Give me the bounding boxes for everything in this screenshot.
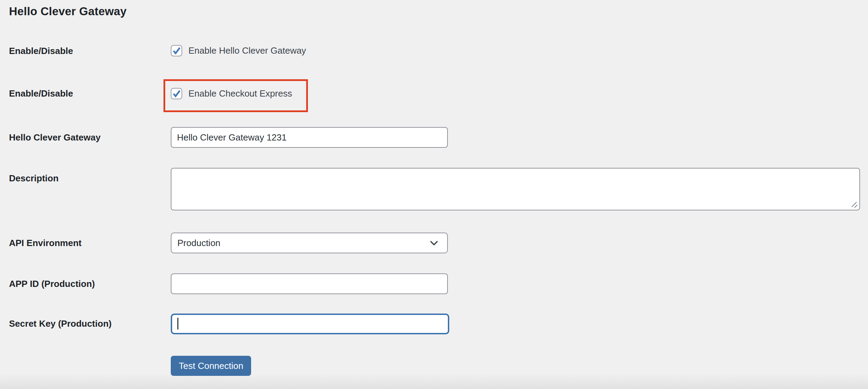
test-connection-button[interactable]: Test Connection	[171, 356, 251, 376]
secret-key-input[interactable]	[171, 314, 449, 334]
chevron-down-icon	[430, 241, 438, 246]
page-title: Hello Clever Gateway	[9, 4, 127, 19]
bottom-shade	[0, 373, 868, 389]
checkbox-label[interactable]: Enable Hello Clever Gateway	[188, 45, 306, 56]
enable-gateway-checkbox[interactable]	[171, 45, 182, 56]
api-environment-select[interactable]: Production	[171, 233, 448, 253]
field-label: Secret Key (Production)	[9, 314, 171, 334]
form-row-enable-gateway: Enable/Disable Enable Hello Clever Gatew…	[9, 45, 306, 57]
textarea-wrap	[171, 168, 860, 210]
form-row-enable-checkout-express: Enable/Disable Enable Checkout Express	[9, 88, 292, 99]
input-wrap	[171, 314, 449, 334]
form-row-app-id: APP ID (Production)	[9, 273, 448, 294]
field-label: Hello Clever Gateway	[9, 127, 171, 148]
checkbox-control: Enable Checkout Express	[171, 88, 292, 99]
form-row-secret-key: Secret Key (Production)	[9, 314, 449, 334]
description-textarea[interactable]	[171, 168, 860, 210]
enable-checkout-express-checkbox[interactable]	[171, 88, 182, 99]
field-label: API Environment	[9, 233, 171, 253]
field-label: Enable/Disable	[9, 45, 171, 57]
field-label: Enable/Disable	[9, 88, 171, 99]
field-label: APP ID (Production)	[9, 273, 171, 294]
checkbox-label[interactable]: Enable Checkout Express	[188, 88, 292, 99]
select-value: Production	[177, 233, 220, 253]
app-id-input[interactable]	[171, 273, 448, 294]
form-row-gateway-title: Hello Clever Gateway	[9, 127, 448, 148]
checkbox-control: Enable Hello Clever Gateway	[171, 45, 306, 56]
form-row-description: Description	[9, 168, 860, 210]
check-icon	[172, 89, 181, 98]
check-icon	[172, 46, 181, 55]
gateway-title-input[interactable]	[171, 127, 448, 148]
form-row-api-environment: API Environment Production	[9, 233, 448, 253]
field-label: Description	[9, 168, 171, 189]
